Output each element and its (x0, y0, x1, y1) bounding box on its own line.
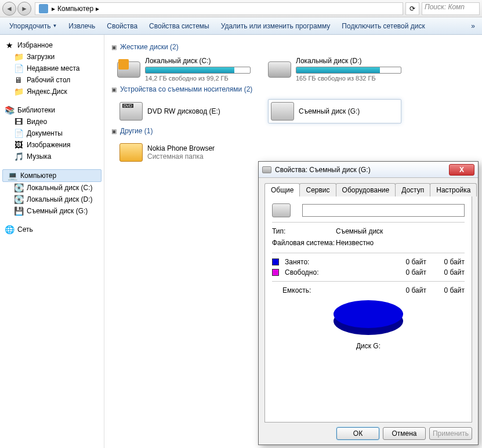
swatch-used (272, 258, 279, 265)
sidebar-favorites[interactable]: ★Избранное (0, 39, 104, 51)
tab-strip: Общие Сервис Оборудование Доступ Настрой… (264, 183, 472, 196)
sidebar-item-video[interactable]: 🎞Видео (0, 116, 104, 128)
cancel-button[interactable]: Отмена (383, 427, 426, 440)
sidebar-item-disk-c[interactable]: 💽Локальный диск (C:) (0, 182, 104, 194)
label-free: Свободно: (285, 268, 331, 276)
toolbar-overflow[interactable]: » (467, 20, 479, 32)
capacity-bar (296, 67, 401, 74)
label-used: Занято: (285, 258, 331, 266)
pictures-icon: 🖼 (14, 140, 23, 150)
value-free-human: 0 байт (430, 268, 465, 276)
folder-icon: 📁 (14, 87, 23, 96)
drive-freespace: 165 ГБ свободно из 832 ГБ (296, 75, 401, 82)
breadcrumb[interactable]: ▸ Компьютер ▸ (35, 2, 403, 15)
drive-icon (272, 203, 291, 217)
toolbar-uninstall[interactable]: Удалить или изменить программу (215, 20, 336, 32)
volume-label-input[interactable] (302, 204, 465, 217)
label-type: Тип: (272, 227, 336, 235)
dialog-titlebar[interactable]: Свойства: Съемный диск (G:) X (259, 162, 478, 178)
value-capacity-bytes: 0 байт (331, 286, 426, 294)
close-button[interactable]: X (449, 164, 474, 176)
breadcrumb-root[interactable]: Компьютер (57, 5, 93, 13)
nav-back-button[interactable]: ◄ (2, 2, 16, 16)
hdd-icon (268, 57, 291, 78)
drive-c[interactable]: Локальный диск (C:) 14,2 ГБ свободно из … (117, 57, 251, 82)
device-usb[interactable]: Съемный диск (G:) (268, 99, 401, 123)
device-name: Nokia Phone Browser (147, 144, 215, 152)
computer-icon: 💻 (8, 171, 17, 180)
device-name: Съемный диск (G:) (299, 107, 360, 115)
tab-sharing[interactable]: Доступ (395, 183, 430, 196)
folder-icon: 📁 (14, 52, 23, 61)
star-icon: ★ (5, 41, 14, 50)
usage-pie-chart (334, 300, 403, 335)
tab-hardware[interactable]: Оборудование (336, 183, 396, 196)
section-hdd[interactable]: ▣Жесткие диски (2) (111, 43, 475, 51)
capacity-bar (145, 67, 251, 74)
tab-customize[interactable]: Настройка (430, 183, 477, 196)
breadcrumb-sep2: ▸ (96, 5, 99, 13)
sidebar-item-recent[interactable]: 📄Недавние места (0, 63, 104, 74)
value-capacity-human: 0 байт (430, 286, 465, 294)
hdd-icon (117, 57, 140, 78)
swatch-free (272, 269, 279, 276)
sidebar-computer[interactable]: 💻Компьютер (2, 169, 102, 182)
value-used-human: 0 байт (430, 258, 465, 266)
device-nokia[interactable]: Nokia Phone Browser Системная папка (117, 141, 251, 164)
search-input[interactable]: Поиск: Комп (422, 2, 480, 15)
value-type: Съемный диск (336, 227, 465, 235)
drive-name: Локальный диск (D:) (296, 57, 401, 65)
dialog-title: Свойства: Съемный диск (G:) (275, 166, 449, 174)
toolbar-sysprops[interactable]: Свойства системы (143, 20, 215, 32)
tab-general[interactable]: Общие (264, 183, 300, 196)
value-used-bytes: 0 байт (335, 258, 426, 266)
toolbar-eject[interactable]: Извлечь (63, 20, 101, 32)
sidebar-item-yadisk[interactable]: 📁Яндекс.Диск (0, 86, 104, 97)
label-capacity: Емкость: (272, 286, 328, 294)
network-icon: 🌐 (5, 225, 14, 234)
sidebar-item-downloads[interactable]: 📁Загрузки (0, 51, 104, 63)
sidebar-item-music[interactable]: 🎵Музыка (0, 151, 104, 162)
breadcrumb-sep: ▸ (52, 5, 55, 13)
device-dvd[interactable]: DVD RW дисковод (E:) (117, 99, 251, 123)
sidebar-item-desktop[interactable]: 🖥Рабочий стол (0, 74, 104, 86)
video-icon: 🎞 (14, 117, 23, 126)
sidebar-item-disk-d[interactable]: 💽Локальный диск (D:) (0, 194, 104, 205)
computer-icon (39, 4, 48, 13)
section-removable[interactable]: ▣Устройства со съемными носителями (2) (111, 85, 475, 93)
toolbar-properties[interactable]: Свойства (101, 20, 143, 32)
label-fs: Файловая система: (272, 239, 336, 247)
hdd-icon: 💽 (14, 183, 23, 192)
section-other[interactable]: ▣Другие (1) (111, 127, 475, 135)
tab-panel-general: Тип: Съемный диск Файловая система: Неиз… (264, 196, 472, 422)
toolbar-organize[interactable]: Упорядочить▼ (3, 20, 63, 32)
drive-d[interactable]: Локальный диск (D:) 165 ГБ свободно из 8… (268, 57, 401, 82)
removable-disk-icon (271, 102, 294, 121)
value-fs: Неизвестно (336, 239, 465, 247)
sidebar-item-pictures[interactable]: 🖼Изображения (0, 139, 104, 151)
value-free-bytes: 0 байт (335, 268, 426, 276)
device-meta: Системная папка (147, 152, 215, 161)
ok-button[interactable]: ОК (336, 427, 379, 440)
music-icon: 🎵 (14, 152, 23, 161)
navigation-pane: ★Избранное 📁Загрузки 📄Недавние места 🖥Ра… (0, 35, 104, 448)
sidebar-libraries[interactable]: 📚Библиотеки (0, 104, 104, 116)
drive-freespace: 14,2 ГБ свободно из 99,2 ГБ (145, 75, 251, 82)
sidebar-network[interactable]: 🌐Сеть (0, 224, 104, 235)
desktop-icon: 🖥 (14, 75, 23, 85)
system-folder-icon (119, 143, 143, 162)
apply-button[interactable]: Применить (429, 427, 472, 440)
dvd-icon (119, 102, 143, 121)
recent-icon: 📄 (14, 64, 23, 73)
nav-forward-button[interactable]: ► (17, 2, 31, 16)
toolbar: Упорядочить▼ Извлечь Свойства Свойства с… (0, 17, 482, 35)
drive-icon (262, 166, 271, 173)
sidebar-item-disk-g[interactable]: 💾Съемный диск (G:) (0, 205, 104, 217)
usb-icon: 💾 (14, 206, 23, 216)
toolbar-mapdrive[interactable]: Подключить сетевой диск (336, 20, 430, 32)
properties-dialog: Свойства: Съемный диск (G:) X Общие Серв… (258, 161, 479, 445)
tab-tools[interactable]: Сервис (299, 183, 336, 196)
sidebar-item-documents[interactable]: 📄Документы (0, 128, 104, 139)
libraries-icon: 📚 (5, 105, 14, 115)
refresh-button[interactable]: ⟳ (405, 2, 419, 15)
